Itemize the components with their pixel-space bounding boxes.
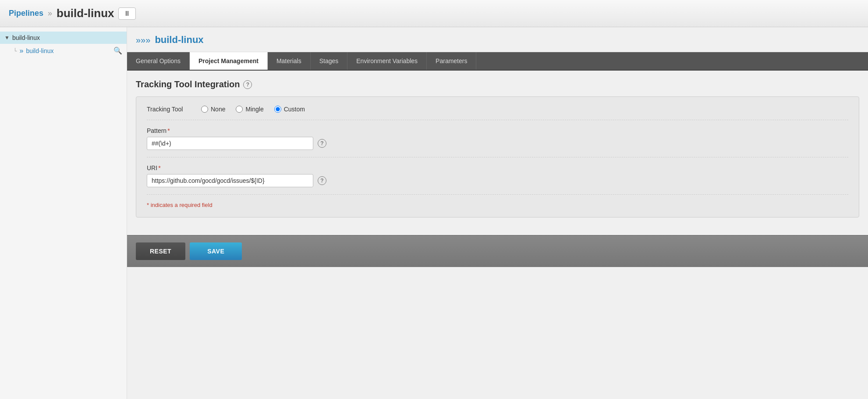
uri-input[interactable] xyxy=(147,174,313,187)
radio-mingle[interactable]: Mingle xyxy=(236,106,263,113)
radio-none-label: None xyxy=(211,106,225,113)
pipeline-header-title: build-linux xyxy=(155,34,203,46)
tab-environment-variables[interactable]: Environment Variables xyxy=(347,52,427,70)
required-note-text: indicates a required field xyxy=(151,202,213,208)
pipelines-link[interactable]: Pipelines xyxy=(9,9,43,18)
breadcrumb-separator: » xyxy=(48,9,52,18)
pause-button[interactable]: ⏸ xyxy=(118,7,136,20)
uri-required-star: * xyxy=(158,164,160,171)
content-area: »»» build-linux General Options Project … xyxy=(127,27,868,399)
radio-custom-input[interactable] xyxy=(274,106,281,113)
section-container: Tracking Tool Integration ? Tracking Too… xyxy=(127,71,868,226)
radio-none[interactable]: None xyxy=(201,106,225,113)
pattern-field: Pattern* ? xyxy=(147,127,848,157)
radio-none-input[interactable] xyxy=(201,106,208,113)
sidebar-child-label: build-linux xyxy=(26,47,53,54)
radio-mingle-input[interactable] xyxy=(236,106,243,113)
tab-stages[interactable]: Stages xyxy=(311,52,348,70)
uri-field: URI* ? xyxy=(147,164,848,195)
radio-custom[interactable]: Custom xyxy=(274,106,305,113)
section-title-text: Tracking Tool Integration xyxy=(136,79,240,89)
reset-button[interactable]: RESET xyxy=(136,242,185,260)
tabs-bar: General Options Project Management Mater… xyxy=(127,52,868,71)
pattern-field-row: ? xyxy=(147,137,848,150)
sidebar-children: └ » build-linux 🔍 xyxy=(0,44,127,57)
pattern-required-star: * xyxy=(167,127,170,134)
pattern-help-icon[interactable]: ? xyxy=(318,139,326,148)
sidebar-toggle-icon: ▼ xyxy=(4,35,10,41)
section-title: Tracking Tool Integration ? xyxy=(136,79,859,89)
pattern-label: Pattern* xyxy=(147,127,848,134)
pattern-input[interactable] xyxy=(147,137,313,150)
uri-field-row: ? xyxy=(147,174,848,187)
tracking-tool-row: Tracking Tool None Mingle Custom xyxy=(147,106,848,120)
required-star-note: * xyxy=(147,202,149,208)
tab-project-management[interactable]: Project Management xyxy=(190,52,268,70)
top-bar: Pipelines » build-linux ⏸ xyxy=(0,0,868,27)
section-help-icon[interactable]: ? xyxy=(243,80,252,89)
tree-line-icon: └ xyxy=(13,48,17,54)
save-button[interactable]: SAVE xyxy=(190,242,242,260)
sidebar-child-item[interactable]: └ » build-linux 🔍 xyxy=(9,44,127,57)
radio-mingle-label: Mingle xyxy=(245,106,263,113)
required-note: * indicates a required field xyxy=(147,202,848,208)
sidebar: ▼ build-linux └ » build-linux 🔍 xyxy=(0,27,127,399)
tracking-tool-label: Tracking Tool xyxy=(147,106,191,113)
uri-help-icon[interactable]: ? xyxy=(318,176,326,185)
pipeline-header-icon: »»» xyxy=(136,35,150,45)
radio-custom-label: Custom xyxy=(284,106,305,113)
action-bar: RESET SAVE xyxy=(127,235,868,267)
sidebar-child-pipeline-icon: » xyxy=(20,47,24,55)
tab-parameters[interactable]: Parameters xyxy=(427,52,476,70)
tab-general-options[interactable]: General Options xyxy=(127,52,190,70)
form-card: Tracking Tool None Mingle Custom xyxy=(136,96,859,217)
uri-label: URI* xyxy=(147,164,848,171)
tab-materials[interactable]: Materials xyxy=(268,52,311,70)
sidebar-search-icon[interactable]: 🔍 xyxy=(113,46,122,55)
sidebar-root-item[interactable]: ▼ build-linux xyxy=(0,32,127,44)
sidebar-root-label: build-linux xyxy=(12,34,40,41)
pipeline-name-title: build-linux xyxy=(57,7,114,20)
main-layout: ▼ build-linux └ » build-linux 🔍 »»» buil… xyxy=(0,27,868,399)
pipeline-header: »»» build-linux xyxy=(127,27,868,52)
